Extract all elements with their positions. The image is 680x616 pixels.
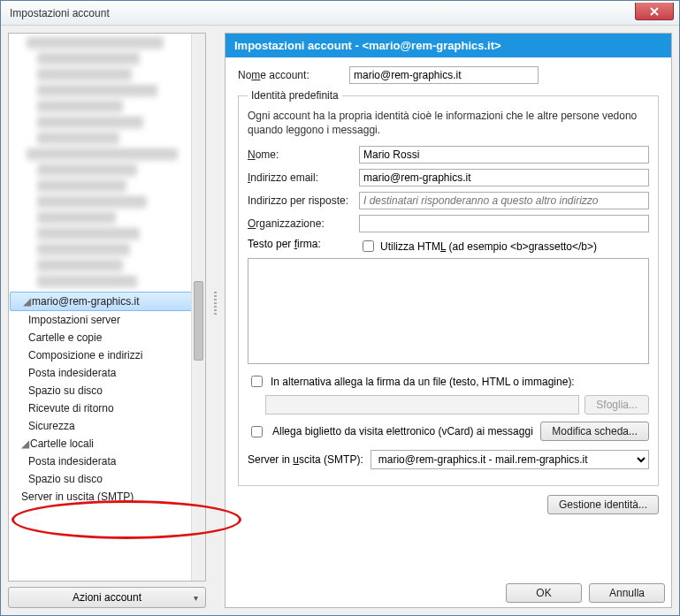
account-actions-label: Azioni account: [73, 591, 141, 604]
tree-item-disk-space[interactable]: Spazio su disco: [9, 382, 205, 399]
tree-item-junk[interactable]: Posta indesiderata: [9, 364, 205, 382]
email-input[interactable]: [359, 169, 649, 186]
signature-file-path-input: [265, 395, 579, 414]
tree-item-return-receipts[interactable]: Ricevute di ritorno: [9, 399, 205, 417]
attach-file-signature-label: In alternativa allega la firma da un fil…: [271, 376, 575, 388]
reply-input[interactable]: [359, 192, 649, 209]
identity-fieldset: Identità predefinita Ogni account ha la …: [238, 89, 659, 486]
tree-item-security[interactable]: Sicurezza: [9, 417, 205, 435]
titlebar: Impostazioni account: [1, 1, 679, 26]
attach-vcard-label: Allega biglietto da visita elettronico (…: [272, 425, 533, 437]
close-button[interactable]: [635, 3, 674, 20]
name-label: Nome:: [248, 148, 354, 161]
smtp-label: Server in uscita (SMTP):: [248, 453, 363, 466]
smtp-select[interactable]: mario@rem-graphics.it - mail.rem-graphic…: [371, 450, 649, 469]
ok-button[interactable]: OK: [506, 583, 582, 603]
tree-item-local-junk[interactable]: Posta indesiderata: [9, 452, 205, 470]
tree-item-composition[interactable]: Composizione e indirizzi: [9, 346, 205, 364]
caret-down-icon: ▾: [194, 593, 198, 603]
reply-label: Indirizzo per risposte:: [248, 194, 354, 207]
attach-file-signature-checkbox[interactable]: [251, 376, 263, 387]
use-html-checkbox[interactable]: [363, 240, 374, 252]
tree-scrollbar[interactable]: [191, 34, 205, 581]
tree-local-folders[interactable]: ◢Cartelle locali: [9, 435, 205, 452]
name-input[interactable]: [359, 146, 649, 164]
browse-button[interactable]: Sfoglia...: [584, 395, 649, 414]
account-actions-button[interactable]: Azioni account ▾: [8, 587, 206, 608]
tree-account-label: mario@rem-graphics.it: [32, 295, 140, 308]
tree-local-folders-label: Cartelle locali: [30, 437, 94, 450]
main-panel: Impostazioni account - <mario@rem-graphi…: [225, 33, 672, 608]
organization-label: Organizzazione:: [248, 217, 354, 230]
sidebar: ◢mario@rem-graphics.it Impostazioni serv…: [8, 33, 206, 608]
account-settings-window: Impostazioni account: [0, 0, 680, 616]
account-tree: ◢mario@rem-graphics.it Impostazioni serv…: [8, 33, 206, 582]
attach-vcard-checkbox[interactable]: [251, 426, 263, 437]
close-icon: [649, 6, 660, 17]
scrollbar-thumb[interactable]: [194, 281, 203, 361]
edit-card-button[interactable]: Modifica scheda...: [540, 422, 649, 441]
splitter-grip-icon: [214, 292, 217, 316]
cancel-button[interactable]: Annulla: [589, 583, 665, 603]
identity-description: Ogni account ha la propria identità cioè…: [248, 109, 649, 137]
signature-textarea[interactable]: [248, 258, 649, 364]
blurred-other-accounts: [9, 34, 205, 288]
dialog-footer: OK Annulla: [506, 583, 665, 603]
use-html-label: Utilizza HTML (ad esempio <b>grassetto</…: [380, 240, 597, 253]
splitter[interactable]: [213, 33, 218, 608]
tree-account-root[interactable]: ◢mario@rem-graphics.it: [10, 292, 204, 311]
identity-legend: Identità predefinita: [248, 89, 342, 102]
panel-header: Impostazioni account - <mario@rem-graphi…: [225, 34, 671, 57]
tree-item-server-settings[interactable]: Impostazioni server: [9, 311, 205, 329]
account-name-input[interactable]: [349, 66, 539, 84]
organization-input[interactable]: [359, 215, 649, 232]
signature-label: Testo per firma:: [248, 238, 354, 250]
window-title: Impostazioni account: [10, 7, 110, 19]
dialog-body: ◢mario@rem-graphics.it Impostazioni serv…: [1, 26, 679, 615]
email-label: Indirizzo email:: [248, 171, 354, 184]
manage-identities-button[interactable]: Gestione identità...: [547, 495, 659, 514]
account-name-label: Nome account:: [238, 69, 344, 81]
tree-item-outgoing-smtp[interactable]: Server in uscita (SMTP): [9, 488, 205, 506]
tree-item-local-disk[interactable]: Spazio su disco: [9, 470, 205, 488]
tree-item-folders[interactable]: Cartelle e copie: [9, 329, 205, 346]
